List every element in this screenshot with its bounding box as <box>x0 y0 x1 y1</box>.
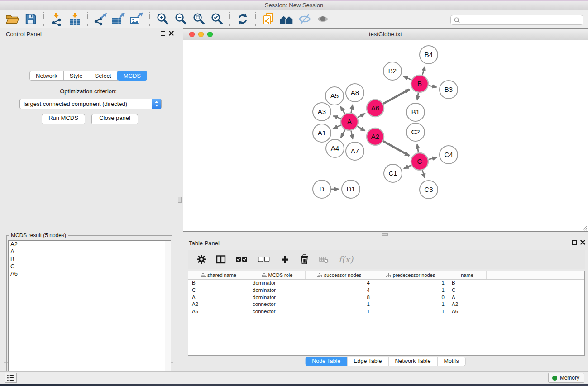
mcds-result-item[interactable]: B <box>9 256 171 263</box>
table-cell[interactable]: A2 <box>448 301 487 308</box>
graph-node-B1[interactable]: B1 <box>406 103 425 121</box>
import-network-icon[interactable] <box>48 11 66 27</box>
zoom-in-icon[interactable] <box>153 11 172 27</box>
home-neighbors-icon[interactable] <box>277 11 296 27</box>
maximize-window-button[interactable] <box>207 32 213 37</box>
graph-edge-C-C1[interactable] <box>404 165 411 168</box>
mcds-result-item[interactable]: A <box>9 248 171 255</box>
graph-edge-A-A3[interactable] <box>333 116 341 119</box>
column-header-name[interactable]: name <box>448 271 487 279</box>
table-row[interactable]: Bdominator41B <box>188 280 584 287</box>
divider-grip[interactable] <box>382 233 388 236</box>
table-cell[interactable]: B <box>448 280 487 287</box>
graph-edge-A-A6[interactable] <box>358 114 365 118</box>
table-cell[interactable]: 1 <box>373 308 448 315</box>
zoom-out-icon[interactable] <box>172 11 190 27</box>
graph-node-B[interactable]: B <box>411 75 428 92</box>
show-graphics-details-icon[interactable] <box>314 11 332 27</box>
table-row[interactable]: Cdominator41C <box>188 287 584 294</box>
graph-node-C2[interactable]: C2 <box>406 123 425 141</box>
table-cell[interactable]: 4 <box>306 280 373 287</box>
select-all-checkboxes-icon[interactable] <box>234 253 249 266</box>
minimize-window-button[interactable] <box>198 32 204 37</box>
export-network-icon[interactable] <box>91 11 110 27</box>
export-image-icon[interactable] <box>128 11 146 27</box>
settings-gear-icon[interactable] <box>195 253 208 266</box>
table-cell[interactable]: A <box>188 294 249 301</box>
table-cell[interactable]: A <box>448 294 487 301</box>
delete-table-icon[interactable] <box>317 253 330 266</box>
memory-button[interactable]: Memory <box>548 373 584 383</box>
task-history-button[interactable] <box>5 373 17 383</box>
import-table-icon[interactable] <box>66 11 84 27</box>
graph-edge-A-A5[interactable] <box>341 106 345 114</box>
graph-node-D[interactable]: D <box>313 180 331 198</box>
export-table-icon[interactable] <box>110 11 128 27</box>
column-header-shared-name[interactable]: shared name <box>188 271 249 279</box>
table-cell[interactable]: connector <box>249 308 306 315</box>
close-window-button[interactable] <box>189 32 195 37</box>
hide-graphics-details-icon[interactable] <box>296 11 314 27</box>
table-cell[interactable]: 1 <box>373 287 448 294</box>
graph-edge-C-C2[interactable] <box>417 144 419 153</box>
table-header-row[interactable]: shared nameMCDS rolesuccessor nodesprede… <box>188 271 584 280</box>
graph-edge-C-C3[interactable] <box>422 170 425 178</box>
table-cell[interactable]: 4 <box>306 287 373 294</box>
table-cell[interactable]: 1 <box>306 301 373 308</box>
graph-node-A6[interactable]: A6 <box>367 100 384 117</box>
table-cell[interactable]: 1 <box>373 280 448 287</box>
network-files-icon[interactable] <box>259 11 277 27</box>
network-window-titlebar[interactable]: testGlobe.txt <box>183 29 588 40</box>
criterion-dropdown[interactable]: largest connected component (directed) <box>19 99 162 109</box>
graph-edge-A-A4[interactable] <box>341 130 345 138</box>
graph-edge-B-B4[interactable] <box>422 67 425 75</box>
column-header-mcds-role[interactable]: MCDS role <box>249 271 306 279</box>
zoom-fit-icon[interactable] <box>190 11 208 27</box>
tab-edge-table[interactable]: Edge Table <box>347 357 388 366</box>
panel-divider-horizontal[interactable] <box>183 232 588 237</box>
graph-node-C4[interactable]: C4 <box>440 146 458 164</box>
table-row[interactable]: Adominator80A <box>188 294 584 301</box>
graph-node-C1[interactable]: C1 <box>384 164 402 182</box>
graph-node-A4[interactable]: A4 <box>326 139 344 157</box>
graph-edge-A-A2[interactable] <box>357 126 365 131</box>
graph-edge-C-C4[interactable] <box>429 157 437 159</box>
float-panel-icon[interactable] <box>161 31 165 36</box>
graph-edge-A2-C[interactable] <box>383 141 409 156</box>
graph-node-A2[interactable]: A2 <box>367 128 384 145</box>
graph-node-A3[interactable]: A3 <box>313 103 331 121</box>
graph-node-B3[interactable]: B3 <box>440 81 458 99</box>
table-cell[interactable]: B <box>188 280 249 287</box>
graph-node-C[interactable]: C <box>411 153 428 170</box>
tab-select[interactable]: Select <box>89 71 118 81</box>
window-resize-grip[interactable] <box>581 224 587 231</box>
panel-divider-vertical[interactable] <box>177 28 183 371</box>
delete-column-icon[interactable] <box>298 253 311 266</box>
divider-grip[interactable] <box>178 197 182 203</box>
column-header-predecessor-nodes[interactable]: predecessor nodes <box>373 271 448 279</box>
graph-node-D1[interactable]: D1 <box>342 180 360 198</box>
table-cell[interactable]: A6 <box>188 308 249 315</box>
tab-mcds[interactable]: MCDS <box>117 71 147 81</box>
mcds-result-item[interactable]: A2 <box>9 241 171 248</box>
graph-edge-A-A7[interactable] <box>351 131 353 139</box>
open-session-icon[interactable] <box>4 11 22 27</box>
table-row[interactable]: A2connector11A2 <box>188 301 584 308</box>
refresh-layout-icon[interactable] <box>234 11 252 27</box>
table-cell[interactable]: connector <box>249 301 306 308</box>
network-graph[interactable]: B4B2BB3A8A5A6A3B1AC2A1A2A4A7C4CC1DD1C3 <box>183 41 588 231</box>
table-cell[interactable]: 1 <box>373 301 448 308</box>
scrollbar-track[interactable] <box>165 241 171 386</box>
tab-style[interactable]: Style <box>63 71 89 81</box>
table-cell[interactable]: A6 <box>448 308 487 315</box>
graph-edge-A-A1[interactable] <box>333 125 341 129</box>
graph-edge-B-B2[interactable] <box>404 76 411 80</box>
network-canvas[interactable]: B4B2BB3A8A5A6A3B1AC2A1A2A4A7C4CC1DD1C3 <box>183 41 588 231</box>
function-builder-icon[interactable]: f(x) <box>337 253 355 266</box>
tab-motifs[interactable]: Motifs <box>437 357 465 366</box>
table-cell[interactable]: 1 <box>306 308 373 315</box>
graph-node-A5[interactable]: A5 <box>325 87 344 105</box>
table-cell[interactable]: C <box>188 287 249 294</box>
table-cell[interactable]: 8 <box>306 294 373 301</box>
column-layout-icon[interactable] <box>215 253 227 266</box>
